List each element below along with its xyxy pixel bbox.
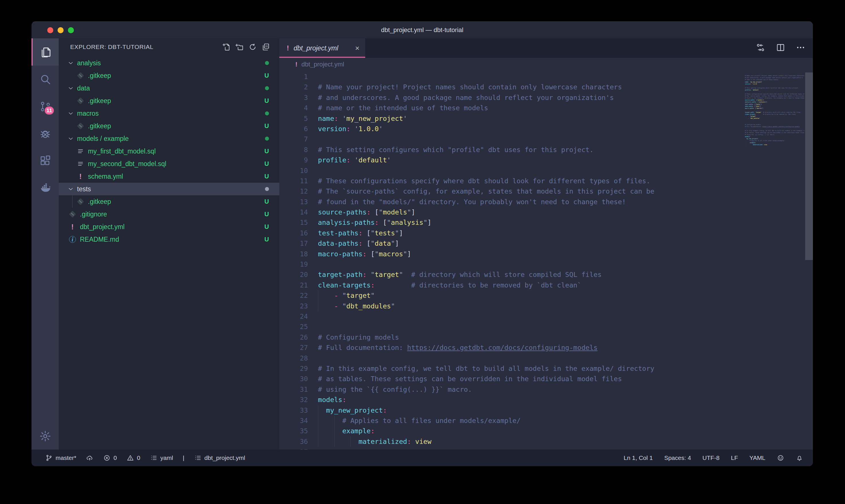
code-line-2[interactable]: 2# Name your project! Project names shou… (279, 82, 738, 92)
code-line-36[interactable]: 36 materialized: view (279, 436, 738, 447)
status-encoding[interactable]: UTF-8 (702, 454, 720, 461)
code-line-20[interactable]: 20target-path: "target" # directory whic… (279, 269, 738, 280)
files-icon (39, 46, 52, 58)
code-line-16[interactable]: 16test-paths: ["tests"] (279, 228, 738, 238)
code-line-24[interactable]: 24 (279, 311, 738, 322)
code-line-6[interactable]: 6version: '1.0.0' (279, 124, 738, 134)
code-line-35[interactable]: 35 example: (279, 426, 738, 436)
code-line-1[interactable]: 1 (279, 72, 738, 82)
code-line-31[interactable]: 31# using the `{{ config(...) }}` macro. (279, 384, 738, 395)
line-number: 15 (279, 217, 308, 228)
activity-item-search[interactable] (32, 66, 59, 93)
code-editor[interactable]: 1 2# Name your project! Project names sh… (279, 71, 813, 450)
activity-item-docker[interactable] (32, 174, 59, 202)
status-cursor-position[interactable]: Ln 1, Col 1 (624, 454, 653, 461)
minimap[interactable]: # Name your project! Project names shoul… (743, 73, 804, 450)
status-file-indicator[interactable]: dbt_project.yml (194, 454, 245, 462)
open-changes-button[interactable] (756, 43, 766, 52)
code-line-32[interactable]: 32models: (279, 395, 738, 405)
new-folder-button[interactable] (233, 40, 246, 54)
tab-dbt-project-yml[interactable]: !dbt_project.yml× (279, 38, 365, 58)
code-line-15[interactable]: 15analysis-paths: ["analysis"] (279, 217, 738, 228)
sql-file-icon (76, 147, 85, 155)
collapse-folders-button[interactable] (259, 40, 272, 54)
code-line-10[interactable]: 10 (279, 165, 738, 176)
activity-item-settings[interactable] (32, 422, 59, 450)
tree-folder-macros[interactable]: macros (59, 107, 279, 120)
tree-file-my-second-dbt-model-sql[interactable]: my_second_dbt_model.sqlU (59, 158, 279, 170)
status-errors[interactable]: 0 (103, 454, 117, 462)
status-git-branch[interactable]: master* (45, 454, 76, 462)
status-feedback[interactable] (777, 454, 784, 462)
tree-folder-tests[interactable]: tests (59, 183, 279, 195)
split-editor-button[interactable] (776, 43, 786, 52)
status-language-mode[interactable]: YAML (749, 454, 766, 461)
activity-bar: 11 (32, 38, 59, 450)
code-line-12[interactable]: 12# The `source-paths` config, for examp… (279, 186, 738, 196)
status-warnings[interactable]: 0 (127, 454, 140, 462)
code-line-14[interactable]: 14source-paths: ["models"] (279, 207, 738, 217)
code-line-25 (743, 122, 804, 123)
tree-file-dbt-project-yml[interactable]: !dbt_project.ymlU (59, 220, 279, 233)
tree-item-label: my_second_dbt_model.sql (88, 160, 264, 168)
search-icon (39, 73, 52, 86)
tree-folder-data[interactable]: data (59, 82, 279, 94)
status-notifications[interactable] (796, 454, 803, 462)
code-line-8[interactable]: 8# This setting configures which "profil… (279, 145, 738, 155)
code-line-9[interactable]: 9profile: 'default' (279, 155, 738, 165)
line-number: 32 (279, 395, 308, 405)
activity-item-extensions[interactable] (32, 147, 59, 174)
code-line-25[interactable]: 25 (279, 322, 738, 332)
tree-file--gitkeep[interactable]: .gitkeepU (59, 69, 279, 82)
editor-scrollbar-thumb[interactable] (805, 72, 813, 260)
new-file-button[interactable] (220, 40, 233, 54)
status-yaml-indicator[interactable]: yaml (150, 454, 173, 462)
refresh-explorer-button[interactable] (246, 40, 259, 54)
close-tab-icon[interactable]: × (355, 44, 359, 53)
status-publish-changes[interactable] (86, 454, 93, 462)
tree-file-schema-yml[interactable]: !schema.ymlU (59, 170, 279, 183)
activity-item-source-control[interactable]: 11 (32, 93, 59, 120)
activity-item-explorer[interactable] (32, 38, 59, 66)
code-line-33[interactable]: 33 my_new_project: (279, 405, 738, 415)
code-line-22[interactable]: 22 - "target" (279, 290, 738, 301)
code-line-19[interactable]: 19 (279, 259, 738, 269)
breadcrumb[interactable]: ! dbt_project.yml (279, 58, 813, 71)
code-line-4[interactable]: 4# name or the intended use of these mod… (279, 103, 738, 113)
code-line-26[interactable]: 26# Configuring models (279, 332, 738, 342)
code-line-30[interactable]: 30# as tables. These settings can be ove… (279, 374, 738, 384)
status-indentation[interactable]: Spaces: 4 (664, 454, 691, 461)
status-eol[interactable]: LF (731, 454, 738, 461)
tree-file--gitkeep[interactable]: .gitkeepU (59, 94, 279, 107)
yaml-warning-icon: ! (295, 61, 297, 68)
warning-file-icon: ! (76, 173, 85, 180)
tree-file--gitkeep[interactable]: .gitkeepU (59, 120, 279, 132)
code-line-34[interactable]: 34 # Applies to all files under models/e… (279, 415, 738, 426)
activity-item-run-debug[interactable] (32, 120, 59, 147)
code-line-11[interactable]: 11# These configurations specify where d… (279, 176, 738, 186)
code-line-28[interactable]: 28 (279, 353, 738, 363)
code-line-27[interactable]: 27# Full documentation: https://docs.get… (279, 342, 738, 353)
line-number: 1 (279, 72, 308, 82)
code-line-7[interactable]: 7 (279, 134, 738, 144)
code-line-5[interactable]: 5name: 'my_new_project' (279, 113, 738, 124)
code-line-23[interactable]: 23 - "dbt_modules" (279, 301, 738, 311)
tree-file-my-first-dbt-model-sql[interactable]: my_first_dbt_model.sqlU (59, 145, 279, 158)
tree-folder-models-example[interactable]: models / example (59, 132, 279, 145)
code-line-18[interactable]: 18macro-paths: ["macros"] (279, 249, 738, 259)
code-line-36: materialized: view (743, 144, 804, 146)
indent-guide (318, 426, 318, 436)
tree-folder-analysis[interactable]: analysis (59, 57, 279, 69)
code-line-37[interactable]: 37 (279, 447, 738, 450)
more-actions-button[interactable] (796, 43, 806, 52)
line-number: 28 (279, 353, 308, 363)
tree-file--gitignore[interactable]: .gitignoreU (59, 208, 279, 220)
code-line-13[interactable]: 13# found in the "models/" directory. Yo… (279, 197, 738, 207)
extensions-icon (39, 155, 52, 167)
code-line-17[interactable]: 17data-paths: ["data"] (279, 238, 738, 249)
tree-file-readme-md[interactable]: iREADME.mdU (59, 233, 279, 246)
code-line-3[interactable]: 3# and underscores. A good package name … (279, 92, 738, 103)
tree-file--gitkeep[interactable]: .gitkeepU (59, 195, 279, 208)
code-line-29[interactable]: 29# In this example config, we tell dbt … (279, 363, 738, 374)
code-line-21[interactable]: 21clean-targets: # directories to be rem… (279, 280, 738, 290)
